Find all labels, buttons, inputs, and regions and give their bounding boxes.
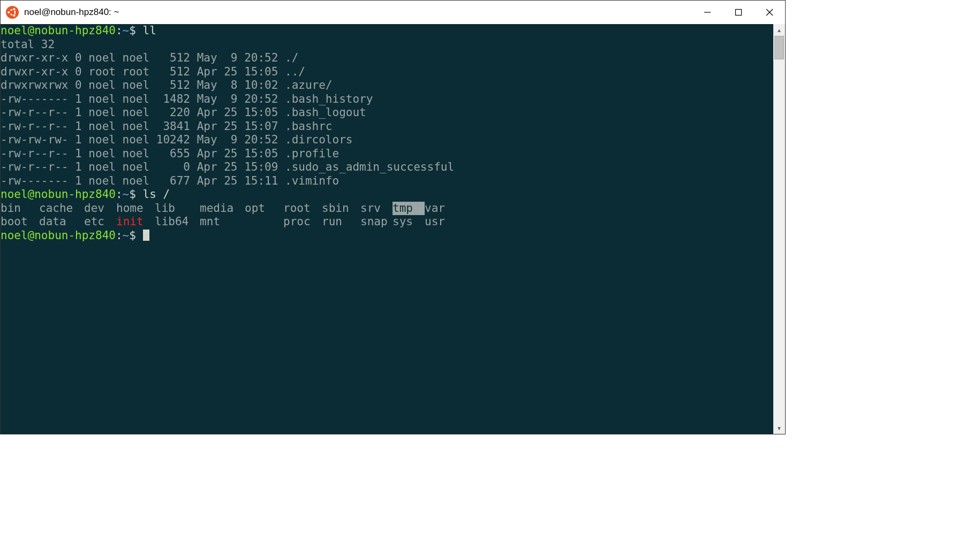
prompt-user-host: noel@nobun-hpz840 — [1, 188, 116, 201]
ls-entry: lib64 — [155, 215, 200, 229]
ls-entry: cache — [39, 202, 84, 216]
prompt-path: ~ — [123, 188, 130, 201]
terminal-cursor — [143, 230, 149, 241]
ll-row: drwxr-xr-x 0 root root 512 Apr 25 15:05 … — [1, 65, 773, 79]
ls-entry: run — [322, 215, 360, 229]
titlebar[interactable]: noel@nobun-hpz840: ~ — [1, 1, 785, 24]
ll-row: -rw-r--r-- 1 noel noel 0 Apr 25 15:09 .s… — [1, 161, 773, 174]
ll-row: -rw-r--r-- 1 noel noel 220 Apr 25 15:05 … — [1, 106, 773, 120]
prompt-user-host: noel@nobun-hpz840 — [1, 24, 116, 37]
prompt-colon: : — [116, 188, 123, 201]
ls-entry: init — [116, 215, 155, 229]
ls-entry: etc — [84, 215, 116, 229]
scroll-down-icon[interactable]: ▼ — [773, 422, 785, 434]
terminal-line: total 32 — [1, 38, 773, 52]
ls-entry: data — [39, 215, 84, 229]
ll-row: drwxrwxrwx 0 noel noel 512 May 8 10:02 .… — [1, 79, 773, 93]
maximize-button[interactable] — [723, 1, 754, 24]
ls-entry: home — [116, 202, 155, 216]
terminal-line: noel@nobun-hpz840:~$ ll — [1, 24, 773, 38]
ls-entry: lib — [155, 202, 200, 216]
ls-entry: var — [425, 202, 450, 216]
ll-row: -rw-r--r-- 1 noel noel 3841 Apr 25 15:07… — [1, 120, 773, 134]
scroll-up-icon[interactable]: ▲ — [773, 24, 785, 36]
close-button[interactable] — [754, 1, 785, 24]
prompt-colon: : — [116, 24, 123, 37]
terminal-area[interactable]: noel@nobun-hpz840:~$ lltotal 32drwxr-xr-… — [1, 24, 773, 434]
ls-entry: sbin — [322, 202, 360, 216]
ls-entry: proc — [283, 215, 322, 229]
ls-entry: boot — [1, 215, 39, 229]
svg-point-1 — [7, 11, 10, 13]
svg-point-2 — [13, 8, 15, 10]
ls-entry: mnt — [200, 215, 245, 229]
ls-entry: root — [283, 202, 322, 216]
ll-row: -rw------- 1 noel noel 677 Apr 25 15:11 … — [1, 174, 773, 188]
prompt-colon: : — [116, 229, 123, 242]
prompt-path: ~ — [123, 229, 130, 242]
ls-row: bincachedevhomelibmediaoptrootsbinsrvtmp… — [1, 202, 773, 216]
prompt-path: ~ — [123, 24, 130, 37]
command-text: ls / — [143, 188, 170, 201]
minimize-icon — [704, 9, 711, 16]
terminal-line: noel@nobun-hpz840:~$ ls / — [1, 188, 773, 202]
window-controls — [692, 1, 785, 24]
ll-row: drwxr-xr-x 0 noel noel 512 May 9 20:52 .… — [1, 51, 773, 65]
ubuntu-icon — [6, 6, 19, 19]
ls-entry: sys — [393, 215, 425, 229]
ls-entry: usr — [425, 215, 450, 229]
ls-row: bootdataetcinitlib64mntprocrunsnapsysusr — [1, 215, 773, 229]
scrollbar[interactable]: ▲ ▼ — [773, 24, 785, 434]
ll-row: -rw------- 1 noel noel 1482 May 9 20:52 … — [1, 93, 773, 106]
window-title: noel@nobun-hpz840: ~ — [24, 7, 692, 18]
ll-row: -rw-r--r-- 1 noel noel 655 Apr 25 15:05 … — [1, 147, 773, 161]
svg-rect-5 — [736, 10, 742, 16]
ll-row: -rw-rw-rw- 1 noel noel 10242 May 9 20:52… — [1, 133, 773, 147]
ls-entry: tmp — [393, 202, 425, 216]
prompt-user-host: noel@nobun-hpz840 — [1, 229, 116, 242]
terminal-window: noel@nobun-hpz840: ~ noel@nobun-hpz840:~… — [0, 0, 786, 434]
scroll-thumb[interactable] — [774, 36, 784, 59]
ls-entry: opt — [245, 202, 283, 216]
prompt-dollar: $ — [129, 229, 136, 242]
terminal-line: noel@nobun-hpz840:~$ — [1, 229, 773, 243]
prompt-dollar: $ — [129, 24, 136, 37]
ls-entry: snap — [360, 215, 393, 229]
minimize-button[interactable] — [692, 1, 723, 24]
svg-point-3 — [13, 14, 15, 17]
prompt-dollar: $ — [129, 188, 136, 201]
ls-entry: bin — [1, 202, 39, 216]
ls-entry: srv — [360, 202, 393, 216]
ls-entry: dev — [84, 202, 116, 216]
close-icon — [766, 9, 773, 16]
command-text: ll — [143, 24, 156, 37]
ls-entry: media — [200, 202, 245, 216]
maximize-icon — [735, 9, 742, 16]
